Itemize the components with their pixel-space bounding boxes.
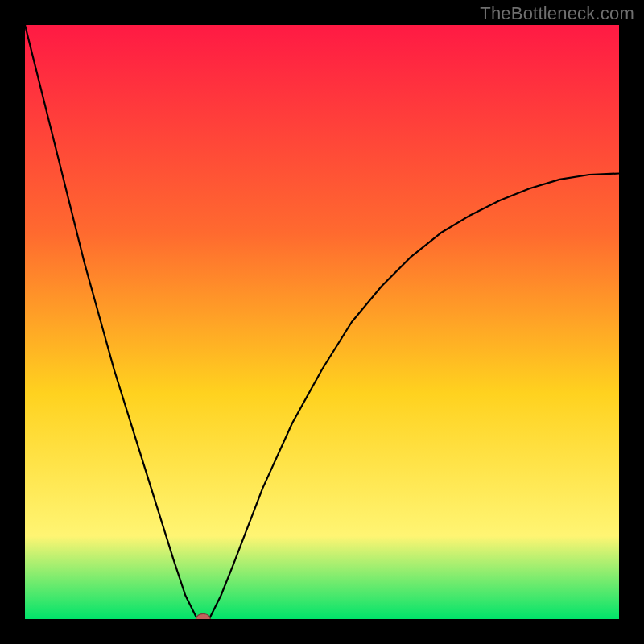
chart-svg xyxy=(25,25,619,619)
chart-frame: TheBottleneck.com xyxy=(0,0,644,644)
gradient-background xyxy=(25,25,619,619)
plot-area xyxy=(25,25,619,619)
watermark-text: TheBottleneck.com xyxy=(480,3,634,24)
